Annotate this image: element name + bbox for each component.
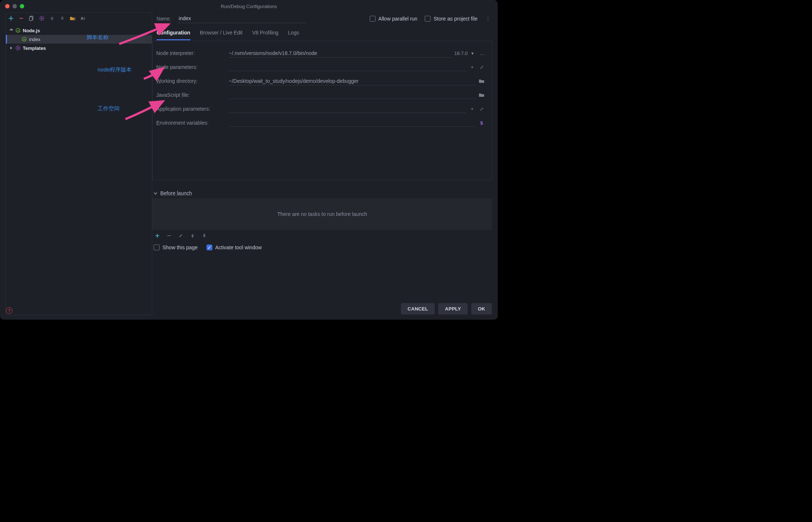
plus-icon[interactable]: ＋ <box>469 106 475 112</box>
svg-text:JS: JS <box>23 38 25 41</box>
sidebar: AZ JS Node.js JS index Templates 脚本名称 <box>6 12 152 315</box>
configuration-form: Node interpreter: ~/.nvm/versions/node/v… <box>152 41 492 180</box>
move-task-down-icon[interactable] <box>201 233 207 239</box>
chevron-down-icon <box>154 191 157 195</box>
node-parameters-field[interactable] <box>229 63 466 71</box>
tabs: Configuration Browser / Live Edit V8 Pro… <box>152 26 492 41</box>
expand-icon[interactable]: ⤢ <box>479 106 484 112</box>
tree-label: Templates <box>23 45 46 51</box>
before-launch-empty: There are no tasks to run before launch <box>277 211 367 217</box>
tree-label: index <box>29 37 40 42</box>
dropdown-icon[interactable]: ▾ <box>471 51 474 56</box>
window-title: Run/Debug Configurations <box>0 4 498 9</box>
activate-tool-window-checkbox[interactable]: ✓ Activate tool window <box>206 245 262 250</box>
plus-icon[interactable]: ＋ <box>469 64 475 70</box>
checkbox-label: Activate tool window <box>215 245 262 250</box>
tab-logs[interactable]: Logs <box>288 26 299 40</box>
working-directory-field[interactable]: ~/Desktop/wait_to_study/nodejs/demo/deve… <box>229 77 476 85</box>
more-options-icon[interactable]: ⋮ <box>485 16 491 22</box>
tab-configuration[interactable]: Configuration <box>157 26 190 40</box>
node-interpreter-label: Node interpreter: <box>156 50 226 56</box>
svg-line-9 <box>40 19 41 20</box>
bottom-options: Show this page ✓ Activate tool window <box>152 242 492 250</box>
move-up-icon[interactable] <box>49 15 55 21</box>
dialog-footer: CANCEL APPLY OK <box>401 303 492 315</box>
application-parameters-field[interactable] <box>229 105 466 113</box>
config-tree: JS Node.js JS index Templates 脚本名称 node程… <box>6 24 152 315</box>
before-launch-label: Before launch <box>160 190 192 196</box>
tree-item-nodejs[interactable]: JS Node.js <box>6 26 152 35</box>
sort-alpha-icon[interactable]: AZ <box>80 15 86 21</box>
svg-line-19 <box>16 46 17 47</box>
annotation-script-name: 脚本名称 <box>87 34 109 41</box>
help-icon[interactable]: ? <box>6 307 12 314</box>
edit-task-icon[interactable] <box>178 233 184 239</box>
before-launch-tasks: There are no tasks to run before launch <box>152 198 492 230</box>
checkbox-icon <box>370 16 376 22</box>
move-task-up-icon[interactable] <box>190 233 195 239</box>
checkbox-icon: ✓ <box>206 245 212 250</box>
javascript-file-label: JavaScript file: <box>156 92 226 98</box>
before-launch-toolbar <box>152 230 492 242</box>
folder-browse-icon[interactable] <box>479 92 484 98</box>
environment-variables-field[interactable] <box>229 119 476 127</box>
settings-icon[interactable] <box>39 15 45 21</box>
allow-parallel-checkbox[interactable]: Allow parallel run <box>370 16 418 22</box>
ellipsis-icon[interactable]: … <box>480 51 484 56</box>
node-interpreter-field[interactable]: ~/.nvm/versions/node/v18.7.0/bin/node <box>229 49 451 58</box>
application-parameters-label: Application parameters: <box>156 106 226 112</box>
cancel-button[interactable]: CANCEL <box>401 303 435 315</box>
tree-label: Node.js <box>23 28 40 33</box>
svg-line-21 <box>16 49 17 50</box>
environment-variables-label: Environment variables: <box>156 120 226 126</box>
expand-arrow-icon <box>10 46 13 50</box>
collapse-arrow-icon <box>10 29 13 32</box>
name-input[interactable] <box>178 14 306 23</box>
annotation-workspace: 工作空间 <box>98 105 120 112</box>
folder-browse-icon[interactable] <box>479 78 484 84</box>
main-panel: Name: Allow parallel run Store as projec… <box>152 12 492 315</box>
node-parameters-label: Node parameters: <box>156 64 226 70</box>
name-label: Name: <box>157 16 171 21</box>
expand-icon[interactable]: ⤢ <box>479 64 484 70</box>
node-version-text: 18.7.0 <box>454 51 468 56</box>
javascript-file-field[interactable] <box>229 91 476 99</box>
checkbox-label: Show this page <box>162 245 198 250</box>
svg-line-20 <box>19 49 20 50</box>
show-this-page-checkbox[interactable]: Show this page <box>154 245 198 250</box>
annotation-node-version: node程序版本 <box>98 66 132 73</box>
svg-line-10 <box>43 16 44 17</box>
copy-config-icon[interactable] <box>29 15 34 21</box>
svg-rect-1 <box>29 17 32 21</box>
svg-line-7 <box>40 16 41 17</box>
before-launch-header[interactable]: Before launch <box>152 188 492 198</box>
folder-icon[interactable] <box>70 15 76 21</box>
gear-icon <box>15 45 21 51</box>
dollar-icon[interactable]: $ <box>479 120 484 126</box>
svg-point-14 <box>17 47 19 49</box>
nodejs-icon: JS <box>15 28 21 33</box>
checkbox-icon <box>154 245 160 250</box>
checkbox-label: Store as project file <box>434 16 478 22</box>
nodejs-icon: JS <box>22 37 27 42</box>
remove-task-icon[interactable] <box>166 233 172 239</box>
tree-item-templates[interactable]: Templates <box>6 44 152 52</box>
svg-text:JS: JS <box>17 29 19 32</box>
ok-button[interactable]: OK <box>471 303 492 315</box>
sidebar-toolbar: AZ <box>6 13 152 24</box>
checkbox-icon <box>425 16 431 22</box>
svg-point-2 <box>41 18 43 19</box>
remove-config-icon[interactable] <box>18 15 24 21</box>
apply-button[interactable]: APPLY <box>438 303 468 315</box>
working-directory-label: Working directory: <box>156 78 226 84</box>
svg-line-8 <box>43 19 44 20</box>
svg-line-22 <box>19 46 20 47</box>
tab-browser[interactable]: Browser / Live Edit <box>200 26 243 40</box>
checkbox-label: Allow parallel run <box>378 16 418 22</box>
tree-item-index[interactable]: JS index <box>6 35 152 44</box>
tab-v8[interactable]: V8 Profiling <box>252 26 278 40</box>
store-as-project-checkbox[interactable]: Store as project file <box>425 16 478 22</box>
add-config-icon[interactable] <box>8 15 14 21</box>
move-down-icon[interactable] <box>59 15 65 21</box>
add-task-icon[interactable] <box>154 233 160 239</box>
